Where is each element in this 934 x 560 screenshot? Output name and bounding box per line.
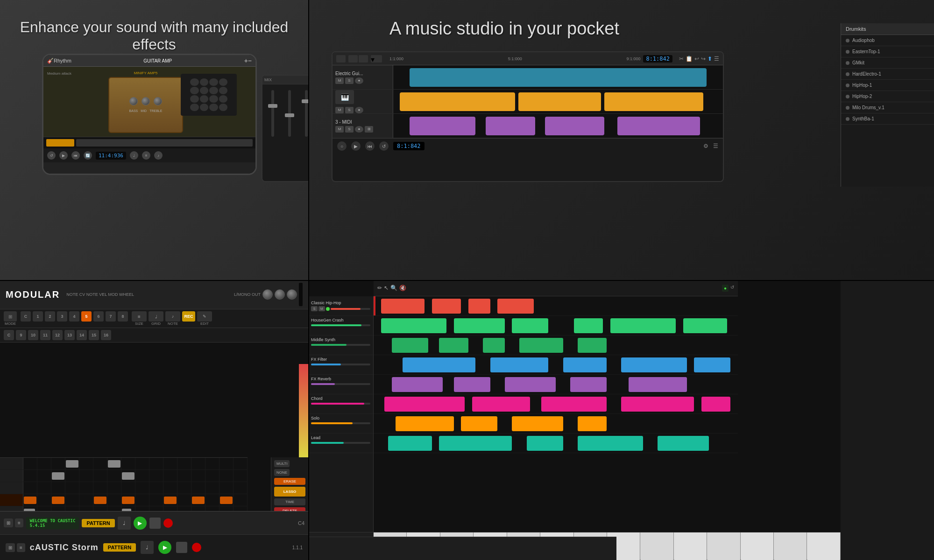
cs-stop-btn[interactable]: [176, 542, 187, 553]
pk-white-10[interactable]: [674, 532, 707, 560]
daw-undo-icon[interactable]: ↩: [694, 56, 699, 62]
mixer-btn[interactable]: ≡: [142, 151, 150, 160]
none-btn[interactable]: NONE: [274, 469, 290, 476]
track-3-block-3[interactable]: [545, 117, 604, 135]
output-knob-3[interactable]: [287, 289, 297, 300]
solo-btn-2[interactable]: S: [345, 107, 354, 113]
sc[interactable]: [191, 482, 205, 494]
daw-dropdown-btn[interactable]: ▾: [371, 55, 382, 63]
step-btn-9[interactable]: 9: [16, 330, 26, 340]
solo-btn-3[interactable]: S: [345, 126, 354, 133]
lasso-btn[interactable]: LASSO: [274, 487, 305, 497]
sc[interactable]: [177, 494, 191, 506]
br-pencil-icon[interactable]: ✏: [377, 285, 382, 291]
fader-track-3[interactable]: [305, 90, 308, 137]
sc[interactable]: [149, 470, 163, 482]
sc[interactable]: [234, 458, 248, 469]
sc[interactable]: [93, 482, 107, 494]
daw-menu-bottom-icon[interactable]: ☰: [713, 143, 718, 149]
sc[interactable]: [51, 482, 65, 494]
pt-rec-btn[interactable]: [163, 518, 173, 528]
output-knob-l[interactable]: [262, 289, 273, 300]
pattern-btn-2[interactable]: PATTERN: [103, 543, 136, 552]
sc[interactable]: [135, 470, 149, 482]
step-btn-3[interactable]: 3: [57, 311, 67, 322]
sc[interactable]: [121, 494, 135, 506]
step-btn-12[interactable]: 12: [52, 330, 63, 340]
step-btn-15[interactable]: 15: [89, 330, 99, 340]
sc[interactable]: [163, 470, 177, 482]
br-block-4c[interactable]: [563, 357, 607, 372]
sc[interactable]: [65, 470, 79, 482]
grid-btn[interactable]: ♩: [149, 311, 163, 322]
br-block-7c[interactable]: [512, 416, 563, 431]
br-block-6a[interactable]: [384, 397, 465, 412]
sc[interactable]: [23, 470, 37, 482]
drumkit-gmkit[interactable]: GMkit: [841, 57, 934, 69]
list-view-btn[interactable]: [359, 55, 368, 63]
step-btn-6[interactable]: 6: [93, 311, 104, 322]
sc[interactable]: [65, 494, 79, 506]
minus-btn[interactable]: −: [248, 57, 252, 64]
br-block-8c[interactable]: [527, 436, 563, 451]
drumkit-hiphop1[interactable]: HipHop-1: [841, 80, 934, 91]
daw-transport-back[interactable]: ⏮: [365, 141, 375, 151]
pt-metronome-btn[interactable]: ♩: [118, 517, 131, 530]
br-block-6d[interactable]: [621, 397, 694, 412]
track-2-block-2[interactable]: [518, 92, 601, 111]
step-btn-7[interactable]: 7: [106, 311, 116, 322]
sc[interactable]: [93, 494, 107, 506]
mode-btn[interactable]: ⊞: [4, 311, 17, 322]
track-3-block-1[interactable]: [410, 117, 475, 135]
br-select-icon[interactable]: ↖: [384, 285, 389, 291]
step-btn-2[interactable]: 2: [45, 311, 55, 322]
daw-settings-icon[interactable]: ⚙: [703, 143, 708, 149]
br-zoom-icon[interactable]: 🔍: [390, 285, 397, 291]
edit-btn[interactable]: ✎: [197, 311, 212, 322]
sc[interactable]: [107, 458, 121, 469]
step-btn-5[interactable]: 5: [81, 311, 92, 322]
pt-play-btn[interactable]: ▶: [134, 517, 147, 530]
time-btn[interactable]: TIME: [274, 498, 305, 505]
loop-btn[interactable]: ↺: [47, 151, 56, 160]
note-display[interactable]: ♪: [165, 311, 180, 322]
back-btn[interactable]: ⏮: [71, 151, 80, 160]
step-btn-10[interactable]: 10: [28, 330, 38, 340]
sc[interactable]: [191, 458, 205, 469]
step-btn-14[interactable]: 14: [77, 330, 87, 340]
sc[interactable]: [23, 494, 37, 506]
br-block-8b[interactable]: [439, 436, 512, 451]
br-mute-icon[interactable]: 🔇: [399, 285, 406, 291]
sc[interactable]: [93, 458, 107, 469]
br-block-8d[interactable]: [578, 436, 643, 451]
extra-btn-3[interactable]: ⊞: [365, 126, 373, 133]
br-block-2e[interactable]: [610, 318, 676, 333]
knob-mid[interactable]: [142, 97, 150, 105]
br-block-1a[interactable]: [381, 299, 425, 314]
sc[interactable]: [51, 494, 65, 506]
sc[interactable]: [23, 458, 37, 469]
br-block-8a[interactable]: [388, 436, 432, 451]
sc[interactable]: [191, 494, 205, 506]
step-btn-c[interactable]: C: [21, 311, 31, 322]
br-block-4b[interactable]: [490, 357, 549, 372]
cs-metronome-btn[interactable]: ♩: [141, 541, 154, 554]
sc[interactable]: [121, 470, 135, 482]
sc[interactable]: [177, 470, 191, 482]
sc[interactable]: [163, 482, 177, 494]
mute-btn-2[interactable]: M: [335, 107, 344, 113]
repeat-btn[interactable]: 🔄: [84, 151, 92, 160]
daw-transport-loop[interactable]: ○: [337, 141, 347, 151]
size-btn[interactable]: ≡: [132, 311, 147, 322]
track-3-block-4[interactable]: [617, 117, 700, 135]
sc[interactable]: [37, 458, 51, 469]
br-block-1d[interactable]: [497, 299, 534, 314]
br-block-5e[interactable]: [629, 377, 687, 392]
sc[interactable]: [219, 470, 234, 482]
fader-knob-2[interactable]: [285, 113, 294, 117]
br-block-1c[interactable]: [468, 299, 490, 314]
sc[interactable]: [205, 494, 219, 506]
sc[interactable]: [149, 458, 163, 469]
pt-stop-btn[interactable]: [149, 518, 161, 529]
grid-view-btn[interactable]: [348, 55, 358, 63]
